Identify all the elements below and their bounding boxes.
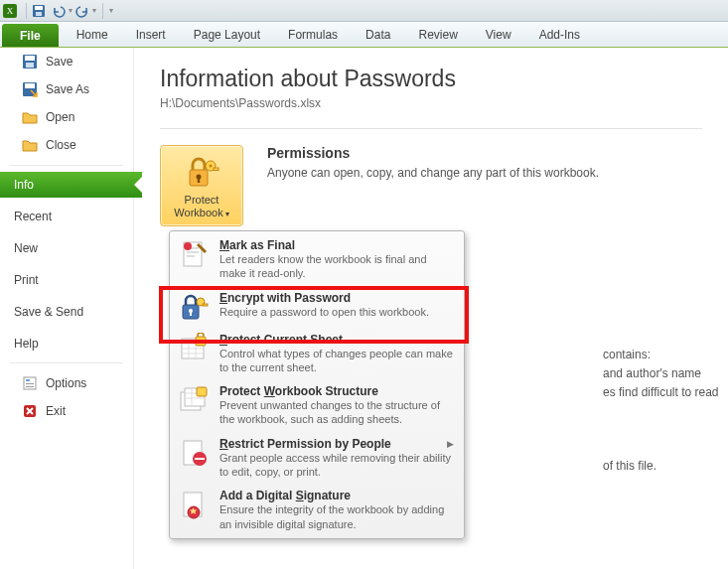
sidebar-item-save-send[interactable]: Save & Send xyxy=(0,293,133,325)
sidebar-label: Print xyxy=(14,273,39,287)
protect-structure-icon xyxy=(178,384,210,416)
sidebar-item-close[interactable]: Close xyxy=(0,131,133,159)
menu-item-protect-sheet[interactable]: Protect Current SheetControl what types … xyxy=(172,328,462,380)
protect-workbook-menu: Mark as FinalLet readers know the workbo… xyxy=(169,230,465,539)
menu-item-protect-structure[interactable]: Protect Workbook StructurePrevent unwant… xyxy=(172,379,462,432)
menu-title: Restrict Permission by People xyxy=(219,437,391,451)
sidebar-label: Help xyxy=(14,337,39,351)
menu-desc: Ensure the integrity of the workbook by … xyxy=(219,503,444,529)
qat-redo-dropdown-icon[interactable]: ▾ xyxy=(92,6,96,15)
svg-point-22 xyxy=(184,242,192,250)
sidebar-label: Options xyxy=(46,376,86,390)
menu-item-encrypt-password[interactable]: Encrypt with PasswordRequire a password … xyxy=(172,286,462,328)
permissions-body: Anyone can open, copy, and change any pa… xyxy=(267,165,702,182)
tab-formulas[interactable]: Formulas xyxy=(274,22,352,47)
sidebar-item-save[interactable]: Save xyxy=(0,48,133,75)
sidebar-item-help[interactable]: Help xyxy=(0,325,133,356)
menu-title: Mark as Final xyxy=(219,238,295,252)
svg-rect-20 xyxy=(214,168,218,171)
qat-undo-dropdown-icon[interactable]: ▾ xyxy=(69,6,73,15)
svg-rect-7 xyxy=(26,63,34,68)
sidebar-label: Save As xyxy=(46,82,89,96)
menu-item-mark-final[interactable]: Mark as FinalLet readers know the workbo… xyxy=(172,233,462,286)
svg-rect-9 xyxy=(25,83,35,88)
exit-icon xyxy=(22,403,38,419)
tab-page-layout[interactable]: Page Layout xyxy=(180,22,274,47)
sidebar-item-save-as[interactable]: Save As xyxy=(0,75,133,103)
permissions-heading: Permissions xyxy=(267,145,702,161)
mark-final-icon xyxy=(178,238,210,270)
tab-insert[interactable]: Insert xyxy=(122,22,180,47)
svg-rect-35 xyxy=(195,458,205,460)
sidebar-item-print[interactable]: Print xyxy=(0,261,133,293)
tab-add-ins[interactable]: Add-Ins xyxy=(525,22,594,47)
close-folder-icon xyxy=(22,137,38,153)
excel-app-icon: X xyxy=(2,3,18,19)
menu-title: Protect Current Sheet xyxy=(219,333,343,347)
sidebar-item-new[interactable]: New xyxy=(0,229,133,261)
menu-item-digital-signature[interactable]: Add a Digital SignatureEnsure the integr… xyxy=(172,484,462,536)
sidebar-label: New xyxy=(14,241,38,255)
qat-undo-icon[interactable] xyxy=(51,3,67,19)
sidebar-item-options[interactable]: Options xyxy=(0,369,133,397)
sidebar-label: Recent xyxy=(14,210,52,223)
open-folder-icon xyxy=(22,109,38,125)
qat-redo-icon[interactable] xyxy=(74,3,90,19)
title-bar: X ▾ ▾ ▾ xyxy=(0,0,728,22)
page-title: Information about Passwords xyxy=(160,66,702,92)
menu-desc: Control what types of changes people can… xyxy=(219,348,453,373)
versions-fragment: of this file. xyxy=(603,459,656,473)
svg-rect-3 xyxy=(35,6,43,10)
file-path: H:\Documents\Passwords.xlsx xyxy=(160,96,702,110)
menu-desc: Let readers know the workbook is final a… xyxy=(219,253,427,279)
sidebar-item-info[interactable]: Info xyxy=(0,172,142,198)
svg-rect-29 xyxy=(196,337,206,346)
svg-rect-25 xyxy=(190,312,192,316)
menu-desc: Require a password to open this workbook… xyxy=(219,306,429,318)
menu-item-restrict-permission[interactable]: Restrict Permission by People▶Grant peop… xyxy=(172,432,462,485)
svg-rect-27 xyxy=(203,304,208,306)
options-icon xyxy=(22,375,38,391)
sidebar-item-exit[interactable]: Exit xyxy=(0,397,133,425)
tab-file[interactable]: File xyxy=(2,24,59,47)
tab-data[interactable]: Data xyxy=(352,22,404,47)
sidebar-item-open[interactable]: Open xyxy=(0,103,133,131)
tab-home[interactable]: Home xyxy=(63,22,122,47)
protect-workbook-button[interactable]: Protect Workbook▾ xyxy=(160,145,243,226)
svg-rect-4 xyxy=(36,12,42,16)
sidebar-item-recent[interactable]: Recent xyxy=(0,198,133,229)
svg-rect-13 xyxy=(26,386,34,387)
sidebar-label: Exit xyxy=(46,404,66,418)
lock-key-icon xyxy=(184,154,219,190)
menu-desc: Prevent unwanted changes to the structur… xyxy=(219,399,440,425)
svg-point-19 xyxy=(209,164,212,167)
qat-customize-icon[interactable]: ▾ xyxy=(109,6,113,15)
qat-save-icon[interactable] xyxy=(31,3,47,19)
separator xyxy=(160,128,702,129)
permissions-section: Protect Workbook▾ Permissions Anyone can… xyxy=(160,145,702,226)
restrict-permission-icon xyxy=(178,437,210,469)
svg-rect-11 xyxy=(26,379,30,381)
protect-workbook-label: Protect Workbook▾ xyxy=(174,194,228,219)
encrypt-password-icon xyxy=(178,291,210,323)
submenu-arrow-icon: ▶ xyxy=(447,439,454,449)
menu-title: Protect Workbook Structure xyxy=(219,384,378,398)
sidebar-label: Info xyxy=(14,178,34,192)
sidebar-label: Save & Send xyxy=(14,305,83,319)
menu-desc: Grant people access while removing their… xyxy=(219,452,451,478)
menu-title: Encrypt with Password xyxy=(219,291,351,305)
save-icon xyxy=(22,54,38,70)
separator xyxy=(10,165,123,166)
ribbon-tabs: File Home Insert Page Layout Formulas Da… xyxy=(0,22,728,48)
backstage-sidebar: Save Save As Open Close Info Recent New … xyxy=(0,48,134,569)
svg-rect-6 xyxy=(25,56,35,61)
svg-rect-12 xyxy=(26,383,34,384)
menu-title: Add a Digital Signature xyxy=(219,489,351,502)
sidebar-label: Save xyxy=(46,55,73,69)
separator xyxy=(10,362,123,363)
svg-text:X: X xyxy=(7,6,14,16)
digital-signature-icon xyxy=(178,489,210,520)
tab-review[interactable]: Review xyxy=(404,22,471,47)
tab-view[interactable]: View xyxy=(472,22,525,47)
chevron-down-icon: ▾ xyxy=(225,210,229,218)
